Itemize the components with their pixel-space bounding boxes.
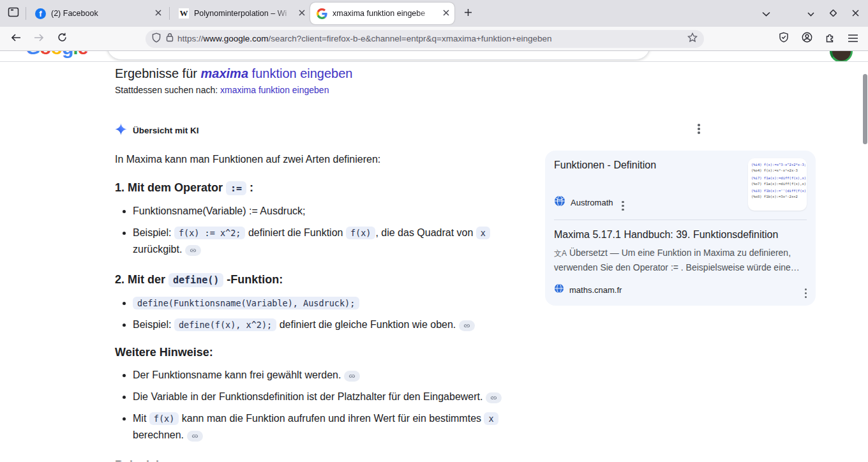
maximize-button[interactable] xyxy=(830,8,837,19)
page-scrollbar-thumb[interactable] xyxy=(863,74,867,144)
citation-link-icon[interactable] xyxy=(486,392,502,403)
ai-overview-title: Übersicht mit KI xyxy=(133,126,199,135)
citation-link-icon[interactable] xyxy=(185,245,201,256)
extensions-icon[interactable] xyxy=(825,33,835,45)
tab-google-search-active[interactable]: xmaxima funktion eingebe xyxy=(310,3,454,24)
code-chip: x xyxy=(484,412,498,425)
nav-toolbar: https://www.google.com/search?client=fir… xyxy=(0,27,868,51)
source-name[interactable]: Austromath xyxy=(571,198,613,207)
ai-sources-panel: Funktionen - Definition Austromath (%i4)… xyxy=(545,151,816,306)
tab-close-icon[interactable] xyxy=(155,9,161,18)
tab-close-icon[interactable] xyxy=(443,9,449,18)
translate-icon: 文A xyxy=(554,249,567,258)
tab-facebook[interactable]: f (2) Facebook xyxy=(29,3,167,24)
forward-arrow-icon xyxy=(34,33,44,45)
lock-icon[interactable] xyxy=(166,33,174,45)
ai-bullet-list: Der Funktionsname kann frei gewählt werd… xyxy=(115,368,541,445)
divider xyxy=(554,220,807,220)
tab-separator xyxy=(169,7,170,20)
google-logo: Google xyxy=(26,51,87,59)
ai-bullet: Beispiel: f(x) := x^2; definiert die Fun… xyxy=(133,226,541,259)
ai-bullet: define(Funktionsname(Variable), Ausdruck… xyxy=(133,296,541,310)
google-favicon xyxy=(317,8,327,19)
list-all-tabs-button[interactable] xyxy=(756,4,775,23)
source-title[interactable]: Maxima 5.17.1 Handbuch: 39. Funktionsdef… xyxy=(554,228,807,241)
shield-icon[interactable] xyxy=(152,33,161,45)
tab-bar: f (2) Facebook W Polynominterpolation – … xyxy=(0,0,868,27)
bookmark-star-icon[interactable] xyxy=(687,33,698,45)
code-chip: f(x) xyxy=(149,412,179,425)
facebook-favicon: f xyxy=(35,8,46,19)
results-for-line: Ergebnisse für maxima funktion eingeben xyxy=(115,66,352,81)
google-header-remnant: Google xyxy=(0,51,868,62)
plus-icon xyxy=(464,8,472,19)
tab-close-icon[interactable] xyxy=(299,9,305,18)
instead-link[interactable]: xmaxima funktion eingeben xyxy=(220,85,329,95)
ai-bullet: Die Variable in der Funktionsdefinition … xyxy=(133,390,541,404)
ai-section-heading: 2. Mit der define() -Funktion: xyxy=(115,273,541,287)
tab-wikipedia[interactable]: W Polynominterpolation – Wi xyxy=(172,3,310,24)
source-menu-button[interactable] xyxy=(622,194,624,211)
ai-sparkle-icon xyxy=(115,123,127,138)
source-card[interactable]: Funktionen - Definition Austromath (%i4)… xyxy=(554,158,807,211)
citation-link-icon[interactable] xyxy=(187,431,203,442)
tab-title: Polynominterpolation – Wi xyxy=(194,9,296,18)
reload-icon xyxy=(57,33,67,45)
wikipedia-favicon: W xyxy=(179,8,189,19)
ai-overview-menu-button[interactable] xyxy=(691,121,707,137)
citation-link-icon[interactable] xyxy=(344,371,360,382)
code-chip: f(x) := x^2; xyxy=(174,227,246,239)
minimize-button[interactable] xyxy=(807,8,814,19)
ai-bullet: Mit f(x) kann man die Funktion aufrufen … xyxy=(133,412,541,445)
ai-intro-text: In Maxima kann man Funktionen auf zwei A… xyxy=(115,152,541,167)
code-chip: := xyxy=(226,181,246,195)
back-arrow-icon xyxy=(11,33,21,45)
kebab-icon xyxy=(698,124,700,134)
code-chip: f(x) xyxy=(346,227,376,239)
ai-section-heading: Beispiele: xyxy=(115,459,541,461)
back-button[interactable] xyxy=(6,29,26,48)
code-chip: x xyxy=(476,227,490,239)
ai-bullet: Funktionsname(Variable) := Ausdruck; xyxy=(133,204,541,218)
kebab-icon xyxy=(622,201,624,211)
source-menu-button[interactable] xyxy=(805,281,807,298)
tab-title: xmaxima funktion eingebe xyxy=(333,9,440,18)
firefox-view-button[interactable] xyxy=(4,4,23,23)
code-chip: define() xyxy=(168,273,223,287)
ai-bullet: Beispiel: define(f(x), x^2); definiert d… xyxy=(133,318,541,332)
corrected-query-rest[interactable]: funktion eingeben xyxy=(248,66,352,80)
tab-title: (2) Facebook xyxy=(51,9,153,18)
reload-button[interactable] xyxy=(52,29,71,48)
ai-bullet-list: Funktionsname(Variable) := Ausdruck; Bei… xyxy=(115,204,541,259)
source-thumbnail[interactable]: (%i4) f(x):=x^3-x^2+2*x-3;(%o4) f(x):=x³… xyxy=(748,158,807,211)
search-box-bottom[interactable] xyxy=(107,51,650,60)
close-window-button[interactable] xyxy=(852,8,859,19)
code-chip: define(Funktionsname(Variable), Ausdruck… xyxy=(133,297,359,309)
ai-bullet: Der Funktionsname kann frei gewählt werd… xyxy=(133,368,541,382)
source-title[interactable]: Funktionen - Definition xyxy=(554,158,740,172)
forward-button[interactable] xyxy=(29,29,49,48)
tab-separator xyxy=(26,7,26,20)
chevron-down-icon xyxy=(762,8,770,19)
citation-link-icon[interactable] xyxy=(459,320,475,331)
menu-hamburger-icon[interactable] xyxy=(848,33,858,45)
source-card[interactable]: Maxima 5.17.1 Handbuch: 39. Funktionsdef… xyxy=(554,228,807,298)
page-content: Google Ergebnisse für maxima funktion ei… xyxy=(0,51,868,461)
shield-check-icon[interactable] xyxy=(779,32,789,45)
firefox-view-icon xyxy=(8,7,19,20)
corrected-query-em[interactable]: maxima xyxy=(201,66,249,80)
globe-favicon-icon xyxy=(554,283,564,296)
url-bar[interactable]: https://www.google.com/search?client=fir… xyxy=(146,30,704,48)
url-text[interactable]: https://www.google.com/search?client=fir… xyxy=(177,34,687,43)
ai-overview-header: Übersicht mit KI xyxy=(115,123,541,138)
ai-bullet-list: define(Funktionsname(Variable), Ausdruck… xyxy=(115,296,541,332)
source-name[interactable]: maths.cnam.fr xyxy=(569,285,622,295)
account-avatar[interactable] xyxy=(830,51,853,62)
ai-section-heading: 1. Mit dem Operator := : xyxy=(115,181,541,195)
results-for-prefix: Ergebnisse für xyxy=(115,66,201,80)
account-icon[interactable] xyxy=(802,32,812,45)
new-tab-button[interactable] xyxy=(458,4,477,23)
kebab-icon xyxy=(805,288,807,299)
code-chip: define(f(x), x^2); xyxy=(174,318,276,331)
search-instead-line: Stattdessen suchen nach: xmaxima funktio… xyxy=(115,85,329,95)
